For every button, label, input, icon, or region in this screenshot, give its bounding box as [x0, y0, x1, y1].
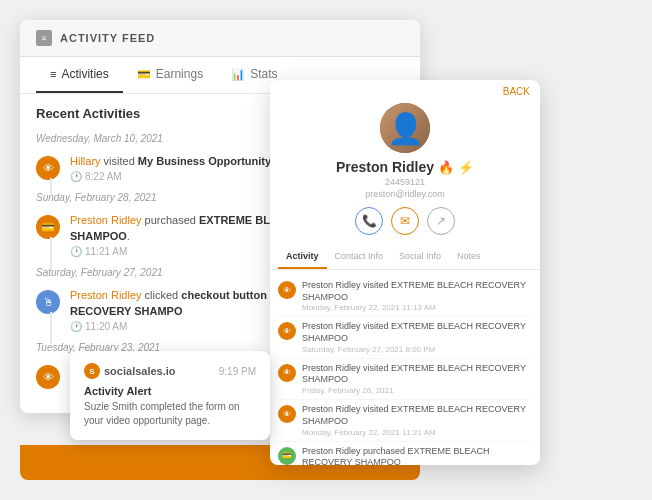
- profile-activity-row-3: 👁 Preston Ridley visited EXTREME BLEACH …: [278, 359, 532, 400]
- profile-email: preston@ridley.com: [365, 189, 445, 199]
- profile-activity-row-5: 💳 Preston Ridley purchased EXTREME BLEAC…: [278, 442, 532, 466]
- clock-icon-1: 🕐: [70, 171, 82, 182]
- notification-body: Suzie Smith completed the form on your v…: [84, 400, 256, 428]
- profile-back-button[interactable]: BACK: [270, 80, 540, 103]
- card-title: ACTIVITY FEED: [60, 32, 155, 44]
- profile-tab-notes[interactable]: Notes: [449, 245, 489, 269]
- phone-button[interactable]: 📞: [355, 207, 383, 235]
- notification-source: S socialsales.io: [84, 363, 176, 379]
- profile-avatar: [380, 103, 430, 153]
- profile-act-icon-4: 👁: [278, 405, 296, 423]
- activity-avatar-4: 👁: [36, 365, 60, 389]
- profile-tab-social[interactable]: Social Info: [391, 245, 449, 269]
- profile-act-icon-3: 👁: [278, 364, 296, 382]
- section-title: Recent Activities: [36, 106, 140, 121]
- email-button[interactable]: ✉: [391, 207, 419, 235]
- bolt-icon: ⚡: [458, 160, 474, 175]
- profile-act-text-3: Preston Ridley visited EXTREME BLEACH RE…: [302, 363, 532, 386]
- profile-activity-row-1: 👁 Preston Ridley visited EXTREME BLEACH …: [278, 276, 532, 317]
- notification-time: 9:19 PM: [219, 366, 256, 377]
- activity-avatar-2: 💳: [36, 215, 60, 239]
- profile-tab-activity[interactable]: Activity: [278, 245, 327, 269]
- profile-top: Preston Ridley 🔥 ⚡ 24459121 preston@ridl…: [270, 103, 540, 245]
- profile-name: Preston Ridley 🔥 ⚡: [336, 159, 474, 175]
- tab-activities[interactable]: ≡ Activities: [36, 57, 123, 93]
- profile-act-time-4: Monday, February 22, 2021 11:21 AM: [302, 428, 532, 437]
- profile-actions: 📞 ✉ ↗: [355, 207, 455, 235]
- activity-avatar-3: 🖱: [36, 290, 60, 314]
- profile-act-time-3: Friday, February 26, 2021: [302, 386, 532, 395]
- notification-header: S socialsales.io 9:19 PM: [84, 363, 256, 379]
- profile-act-text-2: Preston Ridley visited EXTREME BLEACH RE…: [302, 321, 532, 344]
- activities-tab-icon: ≡: [50, 68, 56, 80]
- profile-tabs: Activity Contact Info Social Info Notes: [270, 245, 540, 270]
- fire-icon: 🔥: [438, 160, 454, 175]
- notification-title: Activity Alert: [84, 385, 256, 397]
- card-header: ≡ ACTIVITY FEED: [20, 20, 420, 57]
- profile-act-icon-1: 👁: [278, 281, 296, 299]
- profile-activities-list: 👁 Preston Ridley visited EXTREME BLEACH …: [270, 270, 540, 465]
- header-icon: ≡: [36, 30, 52, 46]
- earnings-tab-icon: 💳: [137, 68, 151, 81]
- profile-act-time-1: Monday, February 22, 2021 11:13 AM: [302, 303, 532, 312]
- profile-activity-row-2: 👁 Preston Ridley visited EXTREME BLEACH …: [278, 317, 532, 358]
- profile-act-time-2: Saturday, February 27, 2021 8:00 PM: [302, 345, 532, 354]
- profile-tab-contact[interactable]: Contact Info: [327, 245, 392, 269]
- clock-icon-2: 🕐: [70, 246, 82, 257]
- profile-act-icon-2: 👁: [278, 322, 296, 340]
- profile-card: BACK Preston Ridley 🔥 ⚡ 24459121 preston…: [270, 80, 540, 465]
- activity-name-3: Preston Ridley: [70, 289, 142, 301]
- share-button[interactable]: ↗: [427, 207, 455, 235]
- profile-act-text-4: Preston Ridley visited EXTREME BLEACH RE…: [302, 404, 532, 427]
- clock-icon-3: 🕐: [70, 321, 82, 332]
- activity-name-2: Preston Ridley: [70, 214, 142, 226]
- profile-id: 24459121: [385, 177, 425, 187]
- profile-act-text-5: Preston Ridley purchased EXTREME BLEACH …: [302, 446, 532, 466]
- activity-name-1: Hillary: [70, 155, 101, 167]
- profile-activity-row-4: 👁 Preston Ridley visited EXTREME BLEACH …: [278, 400, 532, 441]
- activity-avatar-1: 👁: [36, 156, 60, 180]
- profile-act-text-1: Preston Ridley visited EXTREME BLEACH RE…: [302, 280, 532, 303]
- tab-earnings[interactable]: 💳 Earnings: [123, 57, 217, 93]
- profile-act-icon-5: 💳: [278, 447, 296, 465]
- stats-tab-icon: 📊: [231, 68, 245, 81]
- notification-source-icon: S: [84, 363, 100, 379]
- avatar-image: [380, 103, 430, 153]
- notification-popup: S socialsales.io 9:19 PM Activity Alert …: [70, 351, 270, 440]
